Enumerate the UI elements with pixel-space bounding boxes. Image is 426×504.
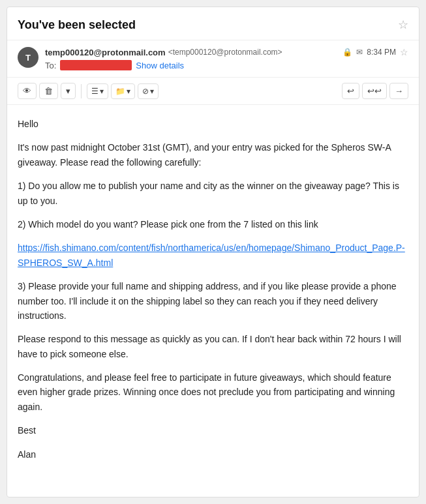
to-label: To:: [45, 61, 56, 70]
reply-button[interactable]: ↩: [342, 83, 359, 99]
to-line: To: Show details: [45, 60, 408, 70]
show-details-link[interactable]: Show details: [136, 61, 184, 70]
header-star-button[interactable]: ☆: [400, 47, 408, 57]
avatar: T: [18, 47, 38, 68]
forward-icon: →: [395, 86, 403, 96]
forward-button[interactable]: →: [389, 83, 408, 99]
signature: Alan: [18, 447, 408, 462]
email-body: Hello It's now past midnight October 31s…: [7, 105, 419, 482]
eye-icon: 👁: [23, 86, 31, 96]
to-redacted-address: [60, 60, 132, 70]
paragraph1: It's now past midnight October 31st (GMT…: [18, 140, 408, 170]
toolbar-divider-1: [81, 84, 82, 98]
folder-chevron: ▾: [127, 87, 130, 96]
reply-all-icon: ↩↩: [367, 86, 382, 96]
send-icon: ✉: [356, 48, 363, 57]
sender-email-angle: <temp000120@protonmail.com>: [168, 48, 282, 57]
tag-icon: ⊘: [142, 87, 149, 96]
toolbar-right: ↩ ↩↩ →: [342, 83, 408, 99]
email-time: 8:34 PM: [367, 48, 396, 57]
more-button[interactable]: ▾: [61, 83, 76, 99]
header-meta: 🔒 ✉ 8:34 PM ☆: [342, 47, 408, 57]
closing: Best: [18, 423, 408, 437]
lock-icon: 🔒: [342, 48, 352, 57]
paragraph3: 2) Which model do you want? Please pick …: [18, 217, 408, 231]
paragraph6: Congratulations, and please feel free to…: [18, 370, 408, 414]
paragraph2: 1) Do you allow me to publish your name …: [18, 179, 408, 208]
email-header: T temp000120@protonmail.com <temp000120@…: [7, 40, 419, 78]
shimano-link[interactable]: https://fish.shimano.com/content/fish/no…: [18, 243, 405, 267]
paragraph4: 3) Please provide your full name and shi…: [18, 279, 408, 323]
toolbar-left: 👁 🗑 ▾ ☰ ▾ 📁 ▾ ⊘ ▾: [18, 83, 159, 99]
email-link-paragraph: https://fish.shimano.com/content/fish/no…: [18, 241, 408, 270]
tag-chevron: ▾: [150, 87, 154, 96]
filter-chevron: ▾: [100, 87, 104, 96]
filter-icon: ☰: [91, 87, 99, 96]
view-button[interactable]: 👁: [18, 83, 37, 99]
chevron-down-icon: ▾: [66, 86, 70, 96]
folder-icon: 📁: [115, 87, 125, 96]
tag-dropdown[interactable]: ⊘ ▾: [138, 83, 159, 99]
folder-dropdown[interactable]: 📁 ▾: [111, 83, 135, 99]
toolbar: 👁 🗑 ▾ ☰ ▾ 📁 ▾ ⊘ ▾: [7, 78, 419, 105]
title-bar: You've been selected ☆: [7, 7, 419, 40]
sender-info: temp000120@protonmail.com <temp000120@pr…: [45, 47, 408, 70]
email-title: You've been selected: [18, 18, 136, 32]
reply-icon: ↩: [347, 86, 354, 96]
email-card: You've been selected ☆ T temp000120@prot…: [7, 7, 419, 497]
trash-icon: 🗑: [44, 86, 53, 96]
title-star-button[interactable]: ☆: [398, 18, 408, 32]
sender-line: temp000120@protonmail.com <temp000120@pr…: [45, 47, 408, 57]
reply-all-button[interactable]: ↩↩: [362, 83, 387, 99]
filter-dropdown[interactable]: ☰ ▾: [87, 83, 108, 99]
trash-button[interactable]: 🗑: [39, 83, 58, 99]
greeting: Hello: [18, 117, 408, 131]
paragraph5: Please respond to this message as quickl…: [18, 332, 408, 361]
sender-name: temp000120@protonmail.com: [45, 48, 166, 57]
